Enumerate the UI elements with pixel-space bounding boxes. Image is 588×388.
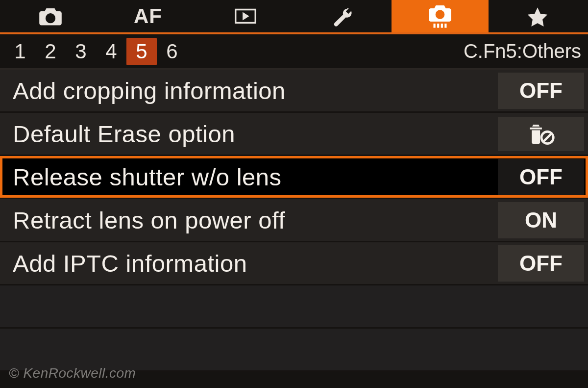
menu-item-value: OFF <box>498 73 584 109</box>
menu-item-retract-lens[interactable]: Retract lens on power off ON <box>0 199 588 242</box>
page-1[interactable]: 1 <box>5 40 35 63</box>
menu-item-value: ON <box>498 202 584 238</box>
play-icon <box>232 4 259 28</box>
tab-custom-functions[interactable] <box>392 0 489 32</box>
menu-item-release-shutter-no-lens[interactable]: Release shutter w/o lens OFF <box>0 156 588 199</box>
page-number-row: 1 2 3 4 5 6 C.Fn5:Others <box>0 34 588 70</box>
tab-playback[interactable] <box>196 0 294 32</box>
svg-line-5 <box>543 133 552 142</box>
tab-shooting[interactable] <box>2 0 99 32</box>
menu-item-add-cropping-info[interactable]: Add cropping information OFF <box>0 70 588 113</box>
menu-item-label: Add cropping information <box>13 77 498 104</box>
menu-item-empty <box>0 285 588 329</box>
page-title: C.Fn5:Others <box>464 40 581 62</box>
svg-rect-0 <box>434 24 436 27</box>
svg-rect-3 <box>444 24 446 27</box>
star-icon <box>524 4 551 28</box>
page-3[interactable]: 3 <box>66 40 96 63</box>
menu-item-label: Default Erase option <box>13 120 498 148</box>
menu-item-label: Add IPTC information <box>13 250 498 277</box>
camera-custom-icon <box>427 4 453 28</box>
trash-cancel-icon <box>526 123 556 145</box>
wrench-icon <box>329 4 356 28</box>
camera-icon <box>37 4 64 28</box>
menu-list: Add cropping information OFF Default Era… <box>0 70 588 372</box>
menu-item-label: Release shutter w/o lens <box>13 163 498 191</box>
category-tab-row: AF <box>0 0 588 34</box>
menu-item-value <box>498 117 584 151</box>
menu-item-add-iptc-info[interactable]: Add IPTC information OFF <box>0 242 588 285</box>
page-5[interactable]: 5 <box>126 38 157 65</box>
menu-item-label: Retract lens on power off <box>13 207 498 234</box>
menu-item-value: OFF <box>498 245 584 282</box>
tab-af[interactable]: AF <box>99 0 197 32</box>
watermark: © KenRockwell.com <box>9 365 136 381</box>
tab-mymenu[interactable] <box>489 0 586 32</box>
af-text-icon: AF <box>134 4 162 28</box>
tab-setup[interactable] <box>294 0 392 32</box>
svg-rect-2 <box>441 24 443 27</box>
page-6[interactable]: 6 <box>157 40 187 63</box>
page-4[interactable]: 4 <box>96 40 126 63</box>
menu-item-value: OFF <box>498 159 584 195</box>
page-2[interactable]: 2 <box>35 40 66 63</box>
menu-item-default-erase-option[interactable]: Default Erase option <box>0 113 588 156</box>
svg-rect-1 <box>437 24 439 27</box>
